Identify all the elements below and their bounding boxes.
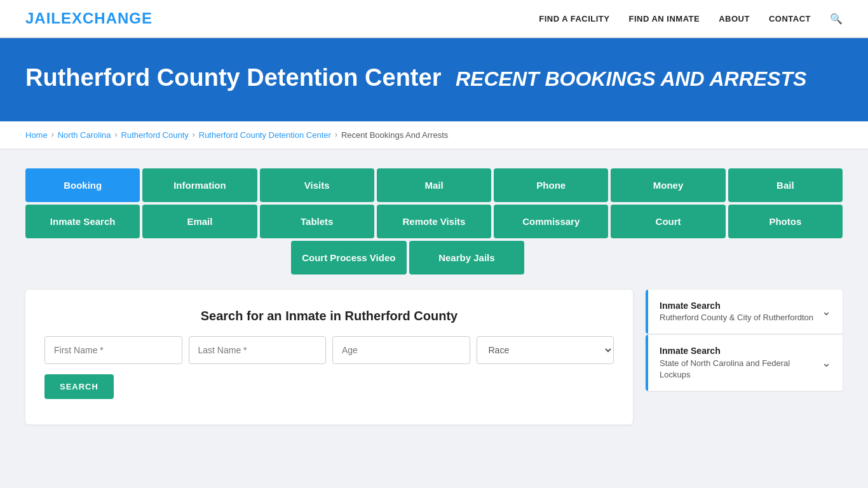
- sidebar-card-subtitle-2: State of North Carolina and Federal Lock…: [660, 358, 822, 381]
- sidebar: Inmate Search Rutherford County & City o…: [646, 290, 843, 393]
- main-nav: FIND A FACILITY FIND AN INMATE ABOUT CON…: [539, 13, 843, 25]
- search-icon[interactable]: 🔍: [830, 13, 843, 25]
- nav-buttons-row2: Inmate Search Email Tablets Remote Visit…: [25, 205, 843, 238]
- logo-jail: JAIL: [25, 10, 61, 27]
- sidebar-card-2: Inmate Search State of North Carolina an…: [646, 335, 843, 391]
- breadcrumb-home[interactable]: Home: [25, 130, 48, 140]
- sidebar-card-subtitle-1: Rutherford County & City of Rutherfordto…: [660, 312, 813, 323]
- hero-section: Rutherford County Detention Center RECEN…: [0, 38, 868, 121]
- main-content: Booking Information Visits Mail Phone Mo…: [0, 149, 868, 444]
- btn-photos[interactable]: Photos: [728, 205, 843, 238]
- nav-about[interactable]: ABOUT: [719, 14, 750, 24]
- sep3: ›: [193, 130, 195, 139]
- form-name-row: Race White Black Hispanic Asian Other: [44, 336, 614, 364]
- sidebar-card-title-2: Inmate Search State of North Carolina an…: [660, 345, 822, 381]
- nav-find-facility[interactable]: FIND A FACILITY: [539, 14, 609, 24]
- btn-nearby-jails[interactable]: Nearby Jails: [409, 241, 525, 274]
- logo-exchange: EXCHANGE: [61, 10, 153, 27]
- nav-contact[interactable]: CONTACT: [769, 14, 811, 24]
- btn-court[interactable]: Court: [611, 205, 725, 238]
- row3-spacer-left: [25, 241, 288, 274]
- page-title: Rutherford County Detention Center RECEN…: [25, 64, 843, 93]
- breadcrumb-rutherford[interactable]: Rutherford County: [121, 130, 189, 140]
- nav-buttons-row1: Booking Information Visits Mail Phone Mo…: [25, 168, 843, 202]
- btn-commissary[interactable]: Commissary: [494, 205, 608, 238]
- inmate-search-form: Search for an Inmate in Rutherford Count…: [25, 290, 633, 424]
- sidebar-card-header-2[interactable]: Inmate Search State of North Carolina an…: [646, 335, 843, 391]
- logo[interactable]: JAILEXCHANGE: [25, 10, 153, 27]
- breadcrumb: Home › North Carolina › Rutherford Count…: [0, 121, 868, 149]
- header: JAILEXCHANGE FIND A FACILITY FIND AN INM…: [0, 0, 868, 38]
- hero-title-main: Rutherford County Detention Center: [25, 64, 441, 91]
- btn-bail[interactable]: Bail: [728, 168, 843, 202]
- btn-remote-visits[interactable]: Remote Visits: [377, 205, 491, 238]
- sep4: ›: [335, 130, 337, 139]
- btn-booking[interactable]: Booking: [25, 168, 140, 202]
- sidebar-card-main-title-1: Inmate Search: [660, 301, 721, 311]
- sep2: ›: [115, 130, 118, 139]
- sidebar-card-1: Inmate Search Rutherford County & City o…: [646, 290, 843, 334]
- breadcrumb-rcdc[interactable]: Rutherford County Detention Center: [199, 130, 331, 140]
- btn-email[interactable]: Email: [142, 205, 257, 238]
- btn-inmate-search[interactable]: Inmate Search: [25, 205, 140, 238]
- chevron-down-icon-2: ⌄: [822, 356, 831, 370]
- chevron-down-icon-1: ⌄: [822, 304, 831, 318]
- sep1: ›: [51, 130, 54, 139]
- nav-find-inmate[interactable]: FIND AN INMATE: [628, 14, 700, 24]
- nav-buttons-row3: Court Process Video Nearby Jails: [25, 241, 843, 274]
- age-input[interactable]: [332, 336, 470, 364]
- btn-phone[interactable]: Phone: [494, 168, 608, 202]
- btn-visits[interactable]: Visits: [260, 168, 374, 202]
- hero-title-italic: RECENT BOOKINGS AND ARRESTS: [456, 67, 806, 90]
- sidebar-card-title-1: Inmate Search Rutherford County & City o…: [660, 300, 813, 324]
- content-area: Search for an Inmate in Rutherford Count…: [25, 290, 843, 424]
- race-select[interactable]: Race White Black Hispanic Asian Other: [477, 336, 614, 364]
- btn-mail[interactable]: Mail: [377, 168, 491, 202]
- sidebar-card-header-1[interactable]: Inmate Search Rutherford County & City o…: [646, 290, 843, 334]
- btn-court-process-video[interactable]: Court Process Video: [291, 241, 407, 274]
- sidebar-card-main-title-2: Inmate Search: [660, 346, 721, 356]
- btn-tablets[interactable]: Tablets: [260, 205, 374, 238]
- breadcrumb-nc[interactable]: North Carolina: [58, 130, 111, 140]
- first-name-input[interactable]: [44, 336, 182, 364]
- btn-information[interactable]: Information: [142, 168, 257, 202]
- btn-money[interactable]: Money: [611, 168, 725, 202]
- form-title: Search for an Inmate in Rutherford Count…: [44, 309, 614, 323]
- search-button[interactable]: SEARCH: [44, 374, 114, 399]
- last-name-input[interactable]: [189, 336, 327, 364]
- row3-spacer-right: [527, 241, 843, 274]
- breadcrumb-current: Recent Bookings And Arrests: [341, 130, 448, 140]
